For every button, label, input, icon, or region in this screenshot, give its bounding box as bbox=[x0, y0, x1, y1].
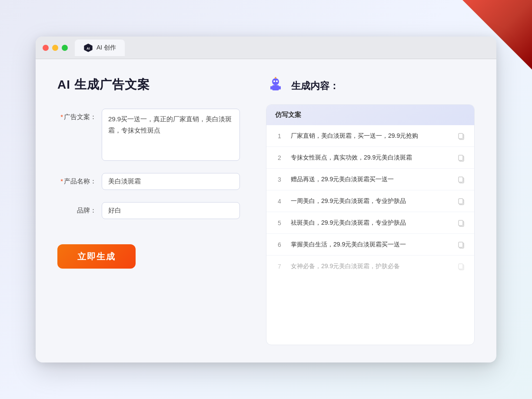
svg-rect-19 bbox=[459, 220, 463, 226]
page-title: AI 生成广告文案 bbox=[57, 76, 240, 93]
svg-rect-15 bbox=[459, 177, 463, 182]
brand-input[interactable] bbox=[102, 202, 240, 219]
browser-content: AI 生成广告文案 *广告文案： *产品名称： 品牌： bbox=[36, 59, 496, 362]
maximize-button[interactable] bbox=[62, 45, 68, 51]
right-title: 生成内容： bbox=[291, 80, 339, 93]
right-header: 生成内容： bbox=[266, 76, 475, 96]
window-controls bbox=[43, 45, 68, 51]
results-container: 仿写文案 1 厂家直销，美白淡斑霜，买一送一，29.9元抢购 2 专抹女性斑点，… bbox=[266, 104, 475, 345]
result-num: 2 bbox=[275, 154, 284, 161]
tab-label: AI 创作 bbox=[96, 44, 116, 52]
result-text: 厂家直销，美白淡斑霜，买一送一，29.9元抢购 bbox=[291, 131, 450, 140]
svg-rect-5 bbox=[279, 86, 281, 90]
browser-window: AI AI 创作 AI 生成广告文案 *广告文案： *产品名称： bbox=[36, 37, 496, 362]
result-num: 7 bbox=[275, 263, 284, 270]
result-item: 2 专抹女性斑点，真实功效，29.9元美白淡斑霜 bbox=[266, 147, 474, 169]
svg-rect-13 bbox=[459, 155, 463, 160]
product-name-group: *产品名称： bbox=[57, 173, 240, 190]
svg-rect-3 bbox=[272, 85, 279, 90]
brand-label: 品牌： bbox=[57, 202, 96, 215]
copy-icon[interactable] bbox=[457, 262, 466, 271]
ai-tab-icon: AI bbox=[83, 43, 93, 53]
browser-tab[interactable]: AI AI 创作 bbox=[75, 40, 125, 56]
svg-point-7 bbox=[276, 80, 278, 82]
browser-chrome: AI AI 创作 bbox=[36, 37, 496, 59]
svg-rect-23 bbox=[459, 264, 463, 269]
left-panel: AI 生成广告文案 *广告文案： *产品名称： 品牌： bbox=[57, 76, 240, 345]
svg-rect-21 bbox=[459, 242, 463, 247]
right-panel: 生成内容： 仿写文案 1 厂家直销，美白淡斑霜，买一送一，29.9元抢购 2 专… bbox=[266, 76, 475, 345]
svg-point-6 bbox=[273, 80, 275, 82]
brand-group: 品牌： bbox=[57, 202, 240, 219]
results-header: 仿写文案 bbox=[266, 105, 474, 125]
close-button[interactable] bbox=[43, 45, 49, 51]
minimize-button[interactable] bbox=[52, 45, 58, 51]
copy-icon[interactable] bbox=[457, 219, 466, 227]
copy-icon[interactable] bbox=[457, 132, 466, 140]
ad-copy-label: *广告文案： bbox=[57, 109, 96, 121]
result-item: 3 赠品再送，29.9元美白淡斑霜买一送一 bbox=[266, 169, 474, 190]
product-name-required: * bbox=[60, 177, 63, 185]
svg-rect-11 bbox=[459, 133, 463, 139]
product-name-label: *产品名称： bbox=[57, 173, 96, 186]
result-text: 一周美白，29.9元美白淡斑霜，专业护肤品 bbox=[291, 196, 450, 206]
ad-copy-input[interactable] bbox=[102, 109, 240, 161]
result-item: 5 祛斑美白，29.9元美白淡斑霜，专业护肤品 bbox=[266, 212, 474, 234]
result-text: 掌握美白生活，29.9元美白淡斑霜买一送一 bbox=[291, 240, 450, 249]
svg-point-9 bbox=[275, 77, 276, 79]
copy-icon[interactable] bbox=[457, 175, 466, 184]
generate-button[interactable]: 立即生成 bbox=[57, 244, 136, 269]
result-num: 6 bbox=[275, 241, 284, 248]
copy-icon[interactable] bbox=[457, 153, 466, 162]
results-list: 1 厂家直销，美白淡斑霜，买一送一，29.9元抢购 2 专抹女性斑点，真实功效，… bbox=[266, 125, 474, 277]
product-name-input[interactable] bbox=[102, 173, 240, 190]
copy-icon[interactable] bbox=[457, 240, 466, 249]
copy-icon[interactable] bbox=[457, 197, 466, 206]
result-text: 赠品再送，29.9元美白淡斑霜买一送一 bbox=[291, 175, 450, 184]
result-item: 7 女神必备，29.9元美白淡斑霜，护肤必备 bbox=[266, 256, 474, 277]
result-text: 专抹女性斑点，真实功效，29.9元美白淡斑霜 bbox=[291, 153, 450, 162]
result-text: 祛斑美白，29.9元美白淡斑霜，专业护肤品 bbox=[291, 218, 450, 227]
result-num: 5 bbox=[275, 219, 284, 226]
result-item: 4 一周美白，29.9元美白淡斑霜，专业护肤品 bbox=[266, 190, 474, 212]
svg-rect-17 bbox=[459, 199, 463, 204]
result-num: 1 bbox=[275, 133, 284, 140]
svg-rect-4 bbox=[270, 86, 272, 90]
result-text: 女神必备，29.9元美白淡斑霜，护肤必备 bbox=[291, 262, 450, 271]
ad-copy-required: * bbox=[60, 113, 63, 120]
result-item: 1 厂家直销，美白淡斑霜，买一送一，29.9元抢购 bbox=[266, 125, 474, 147]
result-num: 4 bbox=[275, 198, 284, 205]
result-item: 6 掌握美白生活，29.9元美白淡斑霜买一送一 bbox=[266, 234, 474, 256]
robot-icon bbox=[266, 76, 285, 96]
ad-copy-group: *广告文案： bbox=[57, 109, 240, 161]
result-num: 3 bbox=[275, 176, 284, 183]
svg-text:AI: AI bbox=[86, 46, 90, 50]
